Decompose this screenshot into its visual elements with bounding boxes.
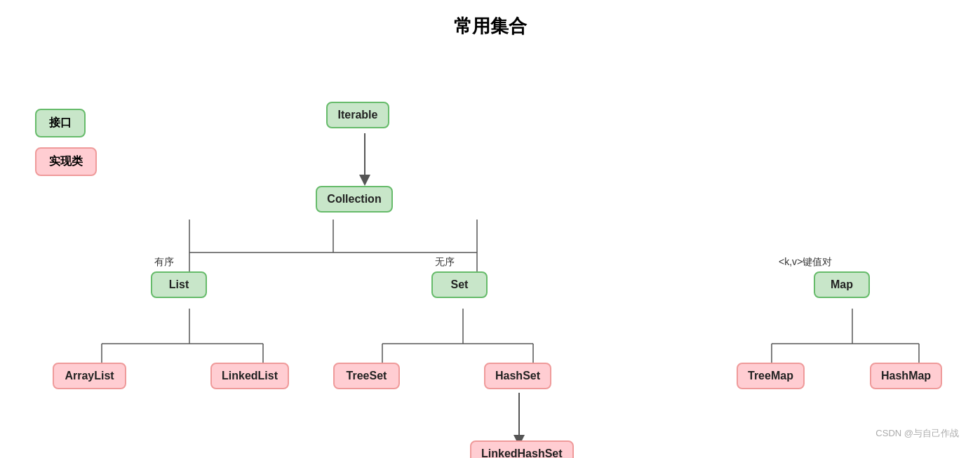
node-collection: Collection	[316, 186, 393, 213]
node-hashset: HashSet	[484, 363, 551, 389]
node-linkedhashset: LinkedHashSet	[470, 440, 574, 458]
node-linkedlist: LinkedList	[210, 363, 289, 389]
legend-interface: 接口	[35, 109, 86, 137]
node-hashmap: HashMap	[870, 363, 942, 389]
label-kvpair: <k,v>键值对	[779, 256, 832, 269]
label-wuxu: 无序	[435, 256, 455, 269]
label-youxu: 有序	[154, 256, 174, 269]
node-iterable: Iterable	[326, 102, 389, 128]
legend-impl: 实现类	[35, 147, 97, 176]
node-list: List	[151, 271, 207, 298]
watermark: CSDN @与自己作战	[875, 427, 959, 440]
node-arraylist: ArrayList	[53, 363, 126, 389]
connectors-svg	[0, 46, 980, 452]
page-title: 常用集合	[0, 0, 980, 39]
node-treemap: TreeMap	[737, 363, 805, 389]
node-set: Set	[431, 271, 488, 298]
node-map: Map	[814, 271, 870, 298]
diagram-area: 接口 实现类	[0, 46, 980, 452]
node-treeset: TreeSet	[333, 363, 400, 389]
